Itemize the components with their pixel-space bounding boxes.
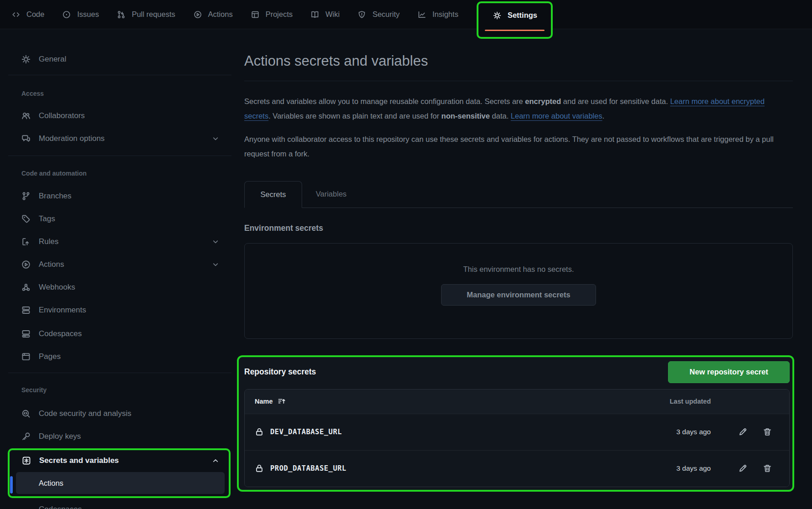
tab-security[interactable]: Security (358, 10, 400, 19)
intro-text: data. (490, 112, 511, 120)
sidebar-item-deploy-keys[interactable]: Deploy keys (0, 425, 232, 448)
sidebar-divider (8, 156, 231, 156)
repo-navigation: Code Issues Pull requests Actions Projec… (0, 0, 812, 29)
tab-label: Projects (266, 10, 293, 19)
page-title: Actions secrets and variables (244, 51, 793, 71)
tab-label: Pull requests (132, 10, 175, 19)
tag-icon (21, 214, 31, 223)
code-icon (12, 10, 20, 19)
secret-name: PROD_DATABASE_URL (270, 464, 346, 473)
trash-icon (763, 464, 772, 473)
active-tab-underline (485, 30, 545, 31)
sidebar-item-environments[interactable]: Environments (0, 299, 232, 322)
code-scan-icon (21, 409, 31, 418)
tab-projects[interactable]: Projects (251, 10, 293, 19)
sidebar-item-branches[interactable]: Branches (0, 185, 232, 208)
issue-opened-icon (62, 10, 71, 19)
sidebar-divider (8, 75, 231, 75)
new-repository-secret-button[interactable]: New repository secret (668, 361, 790, 383)
pencil-icon (738, 464, 747, 473)
sidebar-item-codespaces[interactable]: Codespaces (0, 322, 232, 345)
server-icon (21, 306, 31, 315)
graph-icon (418, 10, 426, 19)
delete-secret-button[interactable] (763, 427, 772, 436)
secrets-variables-tabbar: Secrets Variables (244, 181, 793, 208)
sidebar-item-label: Moderation options (39, 134, 105, 143)
settings-content: Actions secrets and variables Secrets an… (244, 30, 793, 492)
comment-discussion-icon (21, 134, 31, 143)
sidebar-item-webhooks[interactable]: Webhooks (0, 276, 232, 299)
pencil-icon (738, 427, 747, 436)
delete-secret-button[interactable] (763, 464, 772, 473)
asterisk-box-icon (22, 456, 31, 465)
sidebar-section-security: Security (0, 385, 232, 395)
tab-insights[interactable]: Insights (418, 10, 458, 19)
tab-pull-requests[interactable]: Pull requests (117, 10, 175, 19)
secret-last-updated: 3 days ago (642, 464, 711, 473)
people-icon (21, 111, 31, 120)
play-icon (194, 10, 202, 19)
sidebar-subitem-codespaces[interactable]: Codespaces (0, 500, 232, 509)
git-branch-icon (21, 192, 31, 201)
sidebar-item-label: Collaborators (39, 111, 85, 120)
tab-code[interactable]: Code (12, 10, 44, 19)
sidebar-item-label: Codespaces (39, 329, 82, 338)
tab-label: Insights (432, 10, 458, 19)
tab-settings[interactable]: Settings (493, 11, 537, 20)
annotation-box-settings: Settings (477, 1, 553, 39)
tab-wiki[interactable]: Wiki (311, 10, 339, 19)
webhook-icon (21, 283, 31, 292)
edit-secret-button[interactable] (738, 464, 747, 473)
settings-sidebar: General Access Collaborators Moderation … (0, 30, 232, 509)
chevron-down-icon (211, 135, 220, 143)
sidebar-item-label: Rules (39, 237, 58, 246)
tab-variables[interactable]: Variables (302, 181, 360, 208)
chevron-down-icon (211, 238, 220, 246)
shield-icon (358, 10, 366, 19)
tab-label: Issues (77, 10, 99, 19)
table-icon (251, 10, 259, 19)
table-row: DEV_DATABASE_URL 3 days ago (245, 414, 789, 450)
manage-environment-secrets-button[interactable]: Manage environment secrets (441, 284, 596, 306)
environment-secrets-panel: This environment has no secrets. Manage … (244, 243, 793, 339)
intro-text: and are used for sensitive data. (561, 97, 670, 105)
edit-secret-button[interactable] (738, 427, 747, 436)
sidebar-item-label: Branches (39, 192, 72, 201)
sidebar-item-actions[interactable]: Actions (0, 253, 232, 276)
book-icon (311, 10, 319, 19)
sidebar-item-pages[interactable]: Pages (0, 345, 232, 368)
play-icon (21, 260, 31, 269)
sidebar-item-general[interactable]: General (0, 48, 232, 71)
sidebar-item-tags[interactable]: Tags (0, 208, 232, 230)
table-header-row: Name Last updated (245, 390, 789, 414)
annotation-box-secrets-and-variables: Secrets and variables Actions (8, 448, 231, 498)
sidebar-item-rules[interactable]: Rules (0, 230, 232, 253)
key-icon (21, 432, 31, 441)
intro-bold-non-sensitive: non-sensitive (442, 112, 490, 120)
secret-name: DEV_DATABASE_URL (270, 428, 342, 436)
sort-ascending-icon[interactable] (278, 397, 286, 405)
rules-icon (21, 237, 31, 246)
sidebar-item-secrets-and-variables[interactable]: Secrets and variables (10, 450, 229, 471)
sidebar-item-label: Pages (39, 352, 61, 361)
tab-issues[interactable]: Issues (62, 10, 99, 19)
intro-text: . (602, 112, 605, 120)
sidebar-item-label: Code security and analysis (39, 409, 131, 418)
sidebar-item-code-security[interactable]: Code security and analysis (0, 402, 232, 425)
tab-label: Security (372, 10, 400, 19)
chevron-up-icon (211, 457, 220, 465)
environment-empty-text: This environment has no secrets. (463, 264, 574, 275)
trash-icon (763, 427, 772, 436)
sidebar-item-label: General (39, 55, 66, 64)
tab-secrets[interactable]: Secrets (244, 181, 302, 208)
column-header-last-updated: Last updated (642, 398, 711, 405)
sidebar-section-access: Access (0, 89, 232, 98)
sidebar-item-collaborators[interactable]: Collaborators (0, 104, 232, 127)
sidebar-item-label: Secrets and variables (39, 456, 119, 465)
environment-secrets-heading: Environment secrets (244, 223, 793, 234)
sidebar-item-moderation-options[interactable]: Moderation options (0, 127, 232, 150)
active-item-indicator (10, 476, 13, 493)
tab-actions[interactable]: Actions (194, 10, 233, 19)
sidebar-subitem-actions-selected[interactable]: Actions (16, 472, 225, 494)
link-variables[interactable]: Learn more about variables (511, 112, 602, 120)
